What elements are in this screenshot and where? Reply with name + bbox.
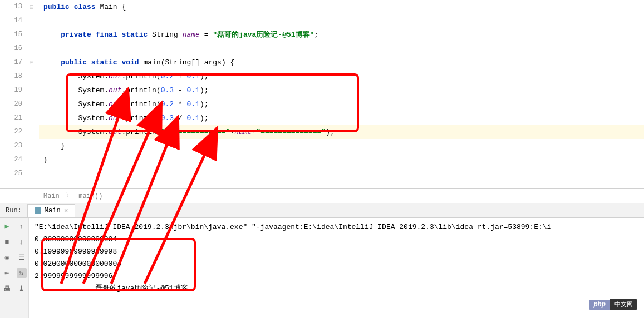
console-line: 2.9999999999999996 bbox=[35, 270, 638, 282]
code-line[interactable] bbox=[39, 14, 644, 28]
watermark-php: php bbox=[589, 300, 610, 310]
line-number: 13▶ bbox=[0, 0, 22, 14]
code-line[interactable]: System.out.println(0.3 / 0.1); bbox=[39, 111, 644, 125]
line-number: 21 bbox=[0, 111, 22, 125]
console-line: "E:\idea\IntelliJ IDEA 2019.2.3\jbr\bin\… bbox=[35, 221, 638, 233]
fold-column: ⊟ ⊟ bbox=[27, 0, 39, 188]
fold-marker-icon[interactable]: ⊟ bbox=[30, 3, 34, 12]
run-toolbar-left: ▶ ■ ◉ ⇤ 🖶 bbox=[0, 218, 14, 318]
console-line: ==============磊哥的java历险记-@51博客==========… bbox=[35, 282, 638, 295]
exit-button[interactable]: ⇤ bbox=[2, 268, 12, 278]
soft-wrap-button[interactable]: ⇆ bbox=[17, 268, 27, 278]
console-output[interactable]: "E:\idea\IntelliJ IDEA 2019.2.3\jbr\bin\… bbox=[29, 218, 644, 318]
code-line[interactable] bbox=[39, 167, 644, 181]
line-number: 22 bbox=[0, 125, 22, 139]
watermark: php 中文网 bbox=[589, 299, 637, 310]
run-toolbar-right: ↑ ↓ ☰ ⇆ ⤓ bbox=[14, 218, 29, 318]
code-line[interactable] bbox=[39, 42, 644, 56]
code-line[interactable]: System.out.println("=============="+name… bbox=[39, 125, 644, 139]
breadcrumb[interactable]: Main 〉 main() bbox=[0, 189, 644, 203]
editor-area: 13▶14151617▶1819202122232425 ⊟ ⊟ public … bbox=[0, 0, 644, 189]
console-line: 0.19999999999999998 bbox=[35, 246, 638, 258]
run-config-icon bbox=[35, 207, 41, 214]
run-tool-window: Run: Main × ▶ ■ ◉ ⇤ 🖶 ↑ ↓ ☰ ⇆ ⤓ "E:\idea… bbox=[0, 203, 644, 318]
stop-button[interactable]: ■ bbox=[2, 237, 12, 247]
line-number: 18 bbox=[0, 69, 22, 83]
code-line[interactable]: } bbox=[39, 139, 644, 153]
breadcrumb-class[interactable]: Main bbox=[43, 192, 60, 200]
console-line: 0.30000000000000004 bbox=[35, 233, 638, 246]
line-number: 17▶ bbox=[0, 56, 22, 69]
code-line[interactable]: System.out.println(0.2 * 0.1); bbox=[39, 97, 644, 111]
code-area[interactable]: public class Main { private final static… bbox=[39, 0, 644, 188]
run-tab[interactable]: Main × bbox=[27, 204, 76, 217]
filter-button[interactable]: ☰ bbox=[17, 252, 27, 262]
print-button[interactable]: 🖶 bbox=[2, 284, 12, 294]
run-label: Run: bbox=[0, 207, 27, 215]
scroll-to-end-button[interactable]: ⤓ bbox=[17, 284, 27, 294]
line-number: 19 bbox=[0, 83, 22, 97]
rerun-button[interactable]: ▶ bbox=[2, 221, 12, 231]
code-line[interactable]: System.out.println(0.2 + 0.1); bbox=[39, 69, 644, 83]
line-number: 25 bbox=[0, 167, 22, 181]
console-line: 0.020000000000000004 bbox=[35, 258, 638, 270]
up-button[interactable]: ↑ bbox=[17, 221, 27, 231]
code-line[interactable]: public static void main(String[] args) { bbox=[39, 56, 644, 69]
line-number: 23 bbox=[0, 139, 22, 153]
code-line[interactable]: } bbox=[39, 153, 644, 167]
line-number: 20 bbox=[0, 97, 22, 111]
run-body: ▶ ■ ◉ ⇤ 🖶 ↑ ↓ ☰ ⇆ ⤓ "E:\idea\IntelliJ ID… bbox=[0, 218, 644, 318]
line-number: 24 bbox=[0, 153, 22, 167]
watermark-cn: 中文网 bbox=[610, 299, 637, 310]
code-line[interactable]: System.out.println(0.3 - 0.1); bbox=[39, 83, 644, 97]
code-line[interactable]: private final static String name = "磊哥的j… bbox=[39, 28, 644, 42]
code-line[interactable]: public class Main { bbox=[39, 0, 644, 14]
run-header: Run: Main × bbox=[0, 203, 644, 218]
down-button[interactable]: ↓ bbox=[17, 237, 27, 247]
breadcrumb-method[interactable]: main() bbox=[78, 192, 102, 200]
line-number: 15 bbox=[0, 28, 22, 42]
close-icon[interactable]: × bbox=[64, 207, 68, 215]
line-number: 14 bbox=[0, 14, 22, 28]
fold-marker-icon[interactable]: ⊟ bbox=[30, 58, 34, 67]
run-tab-label: Main bbox=[45, 207, 61, 215]
line-number: 16 bbox=[0, 42, 22, 56]
breadcrumb-separator-icon: 〉 bbox=[66, 192, 72, 200]
line-number-gutter: 13▶14151617▶1819202122232425 bbox=[0, 0, 27, 188]
screenshot-button[interactable]: ◉ bbox=[2, 252, 12, 262]
